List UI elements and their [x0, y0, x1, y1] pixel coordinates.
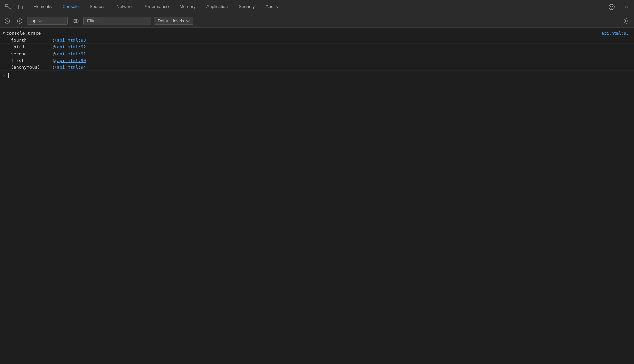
trace-row-anonymous: (anonymous) @ api.html:94	[0, 64, 634, 71]
trace-row-left: fourth @ api.html:93	[0, 38, 634, 43]
svg-line-12	[6, 19, 9, 23]
trace-at-second: @	[53, 51, 56, 56]
trace-header-name: console.trace	[6, 31, 41, 36]
trace-func-third: third	[11, 44, 52, 49]
svg-point-10	[627, 6, 628, 7]
console-prompt-symbol: >	[3, 73, 5, 78]
console-input-row: >	[0, 71, 634, 79]
context-selector[interactable]: top	[27, 17, 68, 25]
trace-row-fourth: fourth @ api.html:93	[0, 37, 634, 44]
trace-row-second: second @ api.html:91	[0, 50, 634, 57]
svg-point-8	[623, 6, 624, 7]
device-toggle-button[interactable]	[16, 2, 27, 12]
trace-header-row: ▼ console.trace api.html:93	[0, 29, 634, 37]
trace-row-left: (anonymous) @ api.html:94	[0, 65, 634, 70]
tab-console[interactable]: Console	[58, 0, 83, 14]
trace-row-left: third @ api.html:92	[0, 44, 634, 49]
trace-link-anonymous[interactable]: api.html:94	[57, 65, 86, 70]
trace-at-first: @	[53, 58, 56, 63]
trace-func-second: second	[11, 51, 52, 56]
svg-point-6	[612, 6, 613, 7]
trace-at-third: @	[53, 44, 56, 49]
gear-icon	[623, 18, 629, 24]
trace-link-fourth[interactable]: api.html:93	[57, 38, 86, 43]
eye-icon	[73, 19, 79, 23]
filter-input[interactable]	[83, 17, 151, 25]
trace-link-first[interactable]: api.html:90	[57, 58, 86, 63]
tab-security[interactable]: Security	[234, 0, 259, 14]
trace-at-anonymous: @	[53, 65, 56, 70]
more-options-button[interactable]	[619, 2, 631, 13]
trace-row-first: first @ api.html:90	[0, 57, 634, 64]
trace-source-link[interactable]: api.html:93	[602, 30, 634, 36]
trace-func-fourth: fourth	[11, 38, 52, 43]
svg-point-9	[625, 6, 626, 7]
tab-network[interactable]: Network	[112, 0, 138, 14]
tab-performance[interactable]: Performance	[139, 0, 173, 14]
tab-sources[interactable]: Sources	[85, 0, 111, 14]
tab-bar-left: Elements Console Sources Network Perform…	[3, 0, 282, 14]
svg-point-5	[610, 6, 611, 7]
svg-rect-2	[19, 5, 22, 9]
trace-link-second[interactable]: api.html:91	[57, 51, 86, 56]
settings-button[interactable]	[621, 17, 631, 25]
trace-row-left: first @ api.html:90	[0, 58, 634, 63]
preserve-log-button[interactable]	[15, 17, 24, 25]
trace-at-fourth: @	[53, 38, 56, 43]
live-expressions-button[interactable]	[71, 18, 81, 24]
svg-rect-3	[23, 6, 24, 9]
tab-bar: Elements Console Sources Network Perform…	[0, 0, 634, 14]
tab-application[interactable]: Application	[202, 0, 233, 14]
tab-elements[interactable]: Elements	[28, 0, 56, 14]
clear-console-button[interactable]	[3, 17, 12, 25]
tab-audits[interactable]: Audits	[261, 0, 282, 14]
trace-link-third[interactable]: api.html:92	[57, 44, 86, 49]
svg-point-16	[73, 19, 78, 23]
svg-point-4	[609, 4, 614, 10]
console-cursor	[8, 73, 9, 78]
tab-bar-right	[606, 2, 631, 13]
trace-row-third: third @ api.html:92	[0, 44, 634, 50]
context-value: top	[30, 18, 36, 23]
collapse-triangle[interactable]: ▼	[3, 31, 5, 35]
trace-func-first: first	[11, 58, 52, 63]
chevron-down-icon	[38, 20, 42, 22]
log-levels-button[interactable]: Default levels	[154, 17, 193, 25]
feedback-icon-button[interactable]	[606, 2, 618, 13]
svg-point-18	[625, 20, 627, 22]
console-content: ▼ console.trace api.html:93 fourth @ api…	[0, 28, 634, 364]
levels-label: Default levels	[158, 18, 184, 23]
trace-header-left: ▼ console.trace	[0, 31, 602, 36]
tab-memory[interactable]: Memory	[175, 0, 200, 14]
svg-line-7	[614, 4, 615, 4]
trace-row-left: second @ api.html:91	[0, 51, 634, 56]
svg-point-17	[75, 20, 77, 22]
inspect-icon-button[interactable]	[3, 2, 14, 12]
chevron-down-icon	[186, 20, 190, 22]
trace-func-anonymous: (anonymous)	[11, 65, 52, 70]
toolbar: top Default levels	[0, 14, 634, 28]
svg-line-1	[7, 6, 11, 10]
